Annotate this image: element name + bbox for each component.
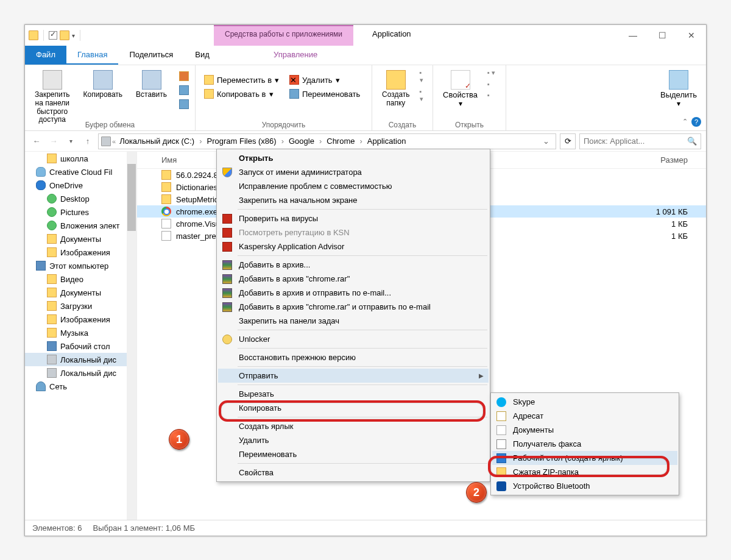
tab-view[interactable]: Вид [184,46,221,65]
context-menu-item[interactable]: Исправление проблем с совместимостью [218,179,489,193]
tree-item[interactable]: Документы [25,286,136,299]
tree-item[interactable]: Загрузки [25,299,136,313]
tree-item[interactable]: Рабочий стол [25,339,136,353]
tree-item[interactable]: Этот компьютер [25,259,136,272]
tree-item[interactable]: школла [25,152,136,165]
new-folder-button[interactable]: Создать папку [378,68,414,110]
minimize-button[interactable]: — [618,25,648,46]
context-menu-item[interactable]: Устройство Bluetooth [492,479,677,493]
context-menu-item[interactable]: Открыть [218,151,489,165]
context-menu-item[interactable]: Добавить в архив... [218,258,489,272]
tab-home[interactable]: Главная [66,46,118,65]
breadcrumb-part[interactable]: Application [365,136,409,146]
context-menu-item[interactable]: Добавить в архив и отправить по e-mail..… [218,286,489,300]
back-button[interactable]: ← [30,135,43,148]
breadcrumb-dropdown[interactable]: ⌄ [539,136,553,146]
search-box[interactable]: 🔍 [579,133,701,149]
paste-shortcut-button[interactable] [177,98,191,110]
context-menu-item[interactable]: Отправить▶ [218,369,489,383]
tab-manage[interactable]: Управление [263,46,328,63]
breadcrumb-part[interactable]: Локальный диск (C:) [117,136,197,146]
context-menu-item[interactable]: Запуск от имени администратора [218,165,489,179]
pin-quick-access-button[interactable]: Закрепить на панели быстрого доступа [31,68,73,127]
qat-check-icon[interactable] [49,31,57,40]
context-menu-item[interactable]: Удалить [218,433,489,447]
create-group-label: Создать [372,121,433,129]
explorer-window: ▾ Средства работы с приложениями Applica… [24,24,707,536]
tree-item[interactable]: Музыка [25,326,136,339]
context-menu-item[interactable]: Добавить в архив "chrome.rar" и отправит… [218,300,489,314]
tree-scrollbar[interactable] [127,152,136,520]
disk-icon [47,368,57,378]
tree-item[interactable]: Creative Cloud Fil [25,165,136,179]
paste-button[interactable]: Вставить [132,68,171,127]
folder-icon [161,182,171,192]
copy-path-button[interactable] [177,84,191,96]
context-menu-item[interactable]: Свойства [218,466,489,480]
context-menu: ОткрытьЗапуск от имени администратораИсп… [216,149,490,482]
maximize-button[interactable]: ☐ [648,25,677,46]
up-button[interactable]: ↑ [81,135,94,148]
rename-button[interactable]: Переименовать [287,88,362,100]
tree-item[interactable]: Вложения элект [25,219,136,232]
context-menu-item[interactable]: Получатель факса [492,437,677,451]
breadcrumb-part[interactable]: Program Files (x86) [205,136,279,146]
tree-item[interactable]: Локальный дис [25,353,136,366]
context-menu-item[interactable]: Восстановить прежнюю версию [218,350,489,364]
context-menu-item[interactable]: Закрепить на начальном экране [218,193,489,207]
cut-button[interactable] [177,70,191,82]
context-menu-item[interactable]: Копировать [218,401,489,415]
column-header-size[interactable]: Размер [660,155,688,165]
properties-button[interactable]: ✓Свойства▾ [439,68,481,111]
context-menu-item[interactable]: Сжатая ZIP-папка [492,465,677,479]
help-icon[interactable]: ? [691,117,701,127]
context-menu-item[interactable]: Kaspersky Application Advisor [218,239,489,253]
context-menu-item[interactable]: Вырезать [218,387,489,401]
context-menu-item[interactable]: Документы [492,423,677,437]
search-input[interactable] [584,136,687,146]
tree-item[interactable]: Сеть [25,380,136,393]
tab-share[interactable]: Поделиться [118,46,184,65]
context-menu-item[interactable]: Рабочий стол (создать ярлык) [492,451,677,465]
doc-icon [496,425,506,435]
tree-item[interactable]: Документы [25,232,136,246]
chrome-icon [161,207,171,216]
shield-icon [222,168,232,177]
tree-item[interactable]: OneDrive [25,179,136,192]
context-menu-item[interactable]: Skype [492,395,677,409]
address-bar[interactable]: « Локальный диск (C:) Program Files (x86… [98,133,556,149]
context-menu-item[interactable]: Unlocker [218,332,489,346]
tree-item[interactable]: Изображения [25,313,136,326]
refresh-button[interactable]: ⟳ [560,133,576,149]
context-menu-item[interactable]: Создать ярлык [218,419,489,433]
collapse-ribbon-icon[interactable]: ⌃ [682,118,688,126]
forward-button[interactable]: → [47,135,60,148]
cloud-icon [36,167,46,177]
context-menu-item[interactable]: Посмотреть репутацию в KSN [218,225,489,239]
tree-item[interactable]: Видео [25,272,136,286]
context-menu-item[interactable]: Переименовать [218,447,489,461]
context-menu-item[interactable]: Закрепить на панели задач [218,314,489,328]
select-button[interactable]: Выделить▾ [657,68,700,111]
history-dropdown[interactable]: ▾ [64,135,77,148]
organize-group-label: Упорядочить [196,121,372,129]
context-menu-item[interactable]: Добавить в архив "chrome.rar" [218,272,489,286]
close-button[interactable]: ✕ [677,25,706,46]
tree-item[interactable]: Desktop [25,192,136,205]
scrollbar-thumb[interactable] [127,164,136,231]
breadcrumb-part[interactable]: Google [286,136,317,146]
green-icon [47,207,57,217]
tree-item[interactable]: Изображения [25,246,136,259]
context-menu-item[interactable]: Адресат [492,409,677,423]
mail-icon [496,411,506,421]
tree-item[interactable]: Pictures [25,205,136,219]
tree-item[interactable]: Локальный дис [25,366,136,380]
breadcrumb-part[interactable]: Chrome [324,136,357,146]
nav-tree[interactable]: школлаCreative Cloud FilOneDriveDesktopP… [25,152,137,520]
delete-button[interactable]: ✕Удалить ▾ [287,74,362,86]
context-menu-item[interactable]: Проверить на вирусы [218,211,489,225]
copy-button[interactable]: Копировать [79,68,126,127]
submenu-arrow-icon: ▶ [479,372,484,379]
tab-file[interactable]: Файл [25,46,66,65]
status-bar: Элементов: 6 Выбран 1 элемент: 1,06 МБ [25,520,706,536]
